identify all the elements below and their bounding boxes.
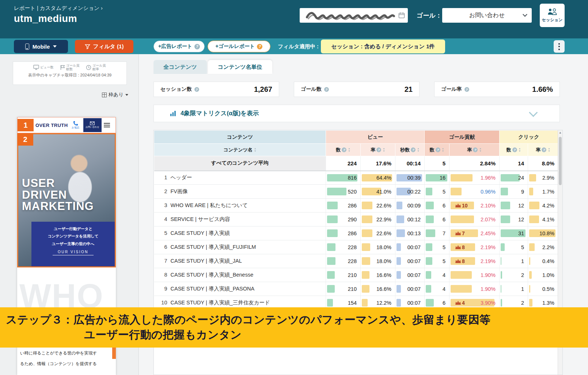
app-header: レポート | カスタムディメンション › utm_medium ゴール： お問い… <box>0 0 588 38</box>
goal-report-button[interactable]: +ゴールレポート <box>208 41 270 52</box>
crown-rank-badge: 7 <box>455 230 465 236</box>
session-metric-button[interactable]: セッション <box>540 4 565 27</box>
site-contact-label: お問い合わせ <box>86 125 99 129</box>
filter-button[interactable]: フィルタ (1) <box>75 40 133 53</box>
frame-toggle-label: 枠あり <box>109 91 124 98</box>
help-icon[interactable] <box>194 87 199 92</box>
summary-stats: セッション数 1,267 ゴール数 21 ゴール率 1.66% <box>153 82 560 97</box>
table-cell: 2.84% <box>449 156 500 171</box>
help-icon[interactable] <box>411 147 416 152</box>
ad-report-button[interactable]: +広告レポート <box>153 41 205 52</box>
help-icon[interactable] <box>512 147 517 152</box>
tab-all-contents[interactable]: 全コンテンツ <box>153 60 207 74</box>
hero-vision-panel: ユーザー行動データと コンテンツデータを活用して ユーザー主導の世の中へ OUR… <box>31 222 115 266</box>
table-row[interactable]: 7CASE STUDY | 導入実績_JAL22818.0%00:07582.1… <box>154 254 558 268</box>
sort-icon[interactable] <box>383 147 385 153</box>
sort-icon[interactable] <box>548 147 550 153</box>
sort-icon[interactable] <box>442 147 444 153</box>
table-cell: 1.7% <box>528 185 558 199</box>
help-icon[interactable] <box>342 147 346 152</box>
content-name-cell[interactable]: 2FV画像 <box>154 185 326 199</box>
table-cell: 17.6% <box>361 156 395 171</box>
table-cell: 228 <box>326 240 361 254</box>
table-cell: 00:12 <box>395 213 425 226</box>
goal-select[interactable]: お問い合わせ <box>442 8 532 23</box>
help-icon[interactable] <box>194 44 200 49</box>
crown-icon <box>455 301 461 305</box>
metric-goal-rate[interactable]: ゴール貢献率 <box>86 64 106 71</box>
table-row[interactable]: 6CASE STUDY | 導入実績_FUJIFILM22818.0%00:07… <box>154 240 558 254</box>
sort-icon[interactable] <box>479 147 481 153</box>
scrollbar-thumb[interactable] <box>559 137 562 185</box>
table-cell: 12 <box>500 199 528 213</box>
matrix-toggle-label: 4象限マトリクス(α版)を表示 <box>181 109 259 117</box>
sub-header-goal-count[interactable]: 数 <box>425 144 449 156</box>
sort-icon[interactable] <box>519 147 521 153</box>
content-name-cell[interactable]: 5CASE STUDY | 導入実績 <box>154 226 326 240</box>
crown-rank-badge: 4 <box>455 300 465 306</box>
help-icon[interactable] <box>464 87 469 92</box>
metric-view-count[interactable]: ビュー数 <box>33 64 54 71</box>
metric-goal-count[interactable]: ゴール貢献数 <box>60 64 80 71</box>
content-tabs: 全コンテンツ コンテンツ名単位 <box>153 60 273 74</box>
content-name-cell[interactable]: 1ヘッダー <box>154 171 326 185</box>
table-row[interactable]: 8CASE STUDY | 導入実績_Benesse21016.6%00:074… <box>154 268 558 282</box>
help-icon[interactable] <box>542 147 546 152</box>
sub-header-goal-rate[interactable]: 率 <box>449 144 500 156</box>
sort-icon[interactable] <box>348 147 350 153</box>
table-cell: 12 <box>500 213 528 226</box>
capture-date: 表示中のキャプチャ取得日 : 2024/04/18 04:39 <box>13 72 126 78</box>
sub-header-seconds[interactable]: 秒数 <box>395 144 425 156</box>
sort-icon[interactable] <box>417 147 419 153</box>
table-row[interactable]: 9CASE STUDY | 導入実績_PASONA21016.6%00:0741… <box>154 282 558 296</box>
sub-header-content-name[interactable]: コンテンツ名 <box>154 144 326 156</box>
table-cell: 224 <box>326 156 361 171</box>
table-row[interactable]: 5CASE STUDY | 導入実績28622.6%00:13772.45%31… <box>154 226 558 240</box>
frame-toggle[interactable]: 枠あり <box>102 91 128 98</box>
help-icon[interactable] <box>257 44 262 49</box>
scrollbar-up-arrow[interactable] <box>558 131 562 134</box>
table-cell: 1.0% <box>528 268 558 282</box>
table-cell: 228 <box>326 254 361 268</box>
table-cell: 0.96% <box>449 185 500 199</box>
date-range-input[interactable] <box>300 8 408 23</box>
sub-header-view-count[interactable]: 数 <box>326 144 361 156</box>
breadcrumb[interactable]: レポート | カスタムディメンション › <box>14 5 103 12</box>
content-name-cell[interactable]: 9CASE STUDY | 導入実績_PASONA <box>154 282 326 296</box>
capture-body-text: い時に得ることができる世の中を実現す るため、情報（コンテンツ）を提供する <box>20 348 97 369</box>
table-row[interactable]: 2FV画像52041.0%00:2250.96%91.7% <box>154 185 558 199</box>
help-icon[interactable] <box>436 147 440 152</box>
table-row[interactable]: 4SERVICE | サービス内容29022.9%00:1262.07%124.… <box>154 213 558 226</box>
content-name-cell[interactable]: 7CASE STUDY | 導入実績_JAL <box>154 254 326 268</box>
table-row[interactable]: 3WHO WE ARE | 私たちについて28622.6%00:096102.1… <box>154 199 558 213</box>
table-cell: 5 <box>425 185 449 199</box>
content-name-cell[interactable]: 8CASE STUDY | 導入実績_Benesse <box>154 268 326 282</box>
table-cell: 82.19% <box>449 240 500 254</box>
table-sub-header-row: コンテンツ名 数 率 秒数 数 率 <box>154 144 558 156</box>
sub-header-click-count[interactable]: 数 <box>500 144 528 156</box>
content-name-cell[interactable]: 6CASE STUDY | 導入実績_FUJIFILM <box>154 240 326 254</box>
sub-header-view-rate[interactable]: 率 <box>361 144 395 156</box>
sub-header-click-rate[interactable]: 率 <box>528 144 558 156</box>
table-cell: 31 <box>500 226 528 240</box>
table-cell: 1 <box>500 282 528 296</box>
kebab-menu-button[interactable] <box>554 40 565 53</box>
help-icon[interactable] <box>324 87 329 92</box>
table-row[interactable]: 1ヘッダー81664.4%00:39161.96%242.9% <box>154 171 558 185</box>
table-cell: 5 <box>500 240 528 254</box>
chevron-down-icon <box>529 108 538 117</box>
table-cell: 00:39 <box>395 171 425 185</box>
content-name-cell[interactable]: 4SERVICE | サービス内容 <box>154 213 326 226</box>
step-annotation-banner: ステップ３：広告から流入した際のページ内のコンテンツのパフォーマンスや、歩留まり… <box>0 307 588 348</box>
tab-content-name-unit[interactable]: コンテンツ名単位 <box>208 60 272 74</box>
stat-goal-rate: ゴール率 1.66% <box>434 82 560 97</box>
sort-icon[interactable] <box>254 147 256 153</box>
help-icon[interactable] <box>376 147 381 152</box>
help-icon[interactable] <box>473 147 478 152</box>
device-selector-button[interactable]: Mobile <box>14 40 68 53</box>
group-header-goal: ゴール貢献 <box>425 131 500 144</box>
table-cell: 210 <box>326 268 361 282</box>
crown-icon <box>455 203 461 207</box>
content-name-cell[interactable]: 3WHO WE ARE | 私たちについて <box>154 199 326 213</box>
matrix-toggle-bar[interactable]: 4象限マトリクス(α版)を表示 <box>153 105 560 122</box>
